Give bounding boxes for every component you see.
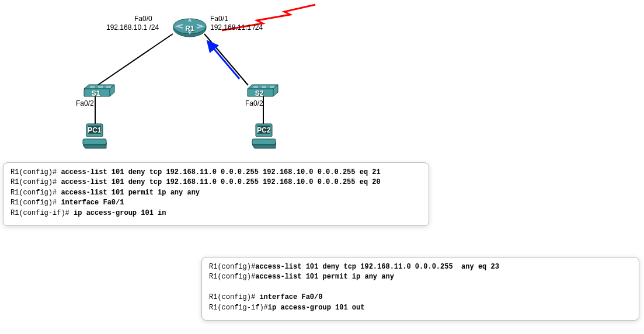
ip-left-label: 192.168.10.1 /24 (106, 23, 159, 32)
pc-icon (82, 123, 107, 151)
cli-panel-b: R1(config)#access-list 101 deny tcp 192.… (201, 257, 639, 321)
pc1: PC1 (82, 123, 107, 152)
svg-rect-4 (83, 139, 106, 145)
pc2: PC2 (251, 123, 277, 152)
cli-output-a: R1(config)# access-list 101 deny tcp 192… (11, 168, 422, 218)
if-right-label: Fa0/1 (210, 15, 228, 23)
svg-rect-6 (257, 126, 270, 134)
s1-port-label: Fa0/2 (76, 99, 94, 107)
s2-port-label: Fa0/2 (245, 99, 263, 107)
switch-s2: S2 (245, 82, 280, 101)
switch-icon (82, 82, 117, 99)
svg-rect-7 (252, 139, 276, 145)
ip-right-label: 192.168.11.1 /24 (210, 23, 263, 32)
switch-icon (245, 82, 280, 99)
router-icon (172, 18, 207, 41)
link-r1-s2 (204, 34, 248, 85)
link-r1-s1 (98, 34, 173, 85)
cli-output-b: R1(config)#access-list 101 deny tcp 192.… (209, 262, 632, 313)
acl-direction-arrow (207, 41, 239, 79)
cli-panel-a: R1(config)# access-list 101 deny tcp 192… (3, 162, 429, 226)
if-left-label: Fa0/0 (134, 15, 152, 23)
router-r1: R1 (172, 18, 207, 43)
switch-s1: S1 (82, 82, 117, 101)
pc-icon (251, 123, 277, 151)
svg-rect-3 (88, 126, 101, 134)
